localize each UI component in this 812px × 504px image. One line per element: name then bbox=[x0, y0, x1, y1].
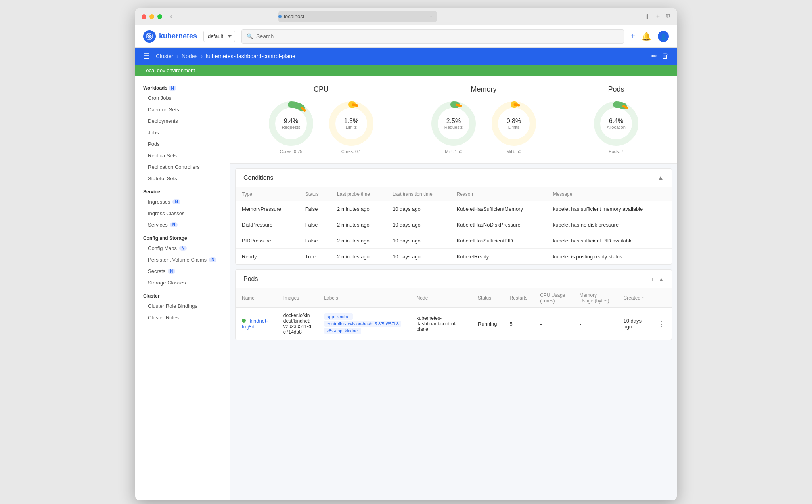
user-icon[interactable]: 👤 bbox=[658, 31, 669, 42]
condition-message: kubelet has sufficient PID available bbox=[547, 233, 672, 249]
sidebar-item-clusterrolebindings[interactable]: Cluster Role Bindings bbox=[135, 300, 230, 312]
sidebar-item-clusterroles[interactable]: Cluster Roles bbox=[135, 312, 230, 323]
window-actions: ⬆ + ⧉ bbox=[645, 13, 670, 20]
pods-chart-title: Pods bbox=[608, 85, 624, 94]
col-status: Status bbox=[299, 187, 331, 201]
kubernetes-logo: kubernetes bbox=[143, 30, 197, 43]
cpu-requests-donut: 9.4% Requests bbox=[267, 100, 315, 147]
pods-toggle[interactable]: ▲ bbox=[659, 276, 664, 282]
minimize-button[interactable] bbox=[149, 14, 154, 19]
maximize-button[interactable] bbox=[157, 14, 162, 19]
conditions-header: Conditions ▲ bbox=[236, 169, 672, 187]
service-section: Service bbox=[135, 184, 230, 196]
notifications-icon[interactable]: 🔔 bbox=[642, 32, 651, 41]
pod-created: 10 days ago bbox=[617, 308, 651, 340]
pod-more-actions[interactable]: ⋮ bbox=[652, 308, 672, 340]
condition-type: PIDPressure bbox=[236, 233, 299, 249]
conditions-header-row: Type Status Last probe time Last transit… bbox=[236, 187, 672, 201]
sidebar-item-replicasets[interactable]: Replica Sets bbox=[135, 150, 230, 161]
col-images: Images bbox=[277, 288, 318, 308]
k8s-label: kubernetes bbox=[159, 32, 197, 40]
pods-allocation-chart: 6.4% Allocation Pods: 7 bbox=[592, 100, 640, 154]
pods-footer: Pods: 7 bbox=[609, 149, 623, 154]
mem-requests-donut: 2.5% Requests bbox=[430, 100, 477, 147]
main-layout: Workloads N Cron Jobs Daemon Sets Deploy… bbox=[135, 76, 677, 500]
pods-table: Name Images Labels Node Status Restarts … bbox=[236, 288, 672, 340]
hamburger-icon[interactable]: ☰ bbox=[143, 52, 149, 61]
condition-last-probe: 2 minutes ago bbox=[331, 233, 386, 249]
more-icon[interactable]: ⋮ bbox=[658, 320, 665, 328]
mem-requests-label: 2.5% Requests bbox=[444, 118, 463, 130]
sidebar-item-ingressclasses[interactable]: Ingress Classes bbox=[135, 208, 230, 219]
col-labels: Labels bbox=[318, 288, 410, 308]
add-icon[interactable]: + bbox=[630, 32, 635, 41]
pod-name-link[interactable]: kindnet-fmj8d bbox=[242, 318, 268, 330]
pod-image: docker.io/kindest/kindnet:v20230511-dc71… bbox=[277, 308, 318, 340]
sidebar-item-pvc[interactable]: Persistent Volume Claims N bbox=[135, 254, 230, 265]
namespace-select[interactable]: default bbox=[203, 31, 235, 42]
pod-restarts: 5 bbox=[503, 308, 534, 340]
condition-type: Ready bbox=[236, 249, 299, 265]
condition-last-probe: 2 minutes ago bbox=[331, 249, 386, 265]
pods-allocation-label: 6.4% Allocation bbox=[607, 118, 626, 130]
cpu-requests-footer: Cores: 0,75 bbox=[280, 149, 303, 154]
pod-run-status: Running bbox=[471, 308, 503, 340]
cpu-chart-group: CPU 9.4% Requests bbox=[267, 85, 375, 154]
sidebar-item-storageclasses[interactable]: Storage Classes bbox=[135, 277, 230, 288]
label-badge: k8s-app: kindnet bbox=[324, 328, 361, 334]
cluster-label: Cluster bbox=[143, 293, 159, 299]
new-tab-icon[interactable]: + bbox=[656, 13, 660, 20]
env-banner: Local dev environment bbox=[135, 65, 677, 76]
breadcrumb-cluster[interactable]: Cluster bbox=[156, 53, 173, 59]
filter-icon[interactable]: ⫶ bbox=[651, 276, 654, 282]
edit-icon[interactable]: ✏ bbox=[651, 52, 657, 61]
titlebar: ‹ localhost ··· ⬆ + ⧉ bbox=[135, 8, 677, 25]
sidebar-item-replicationcontrollers[interactable]: Replication Controllers bbox=[135, 161, 230, 173]
sidebar: Workloads N Cron Jobs Daemon Sets Deploy… bbox=[135, 76, 230, 500]
mem-requests-footer: MiB: 150 bbox=[445, 149, 462, 154]
close-button[interactable] bbox=[142, 14, 146, 19]
cpu-charts-row: 9.4% Requests Cores: 0,75 bbox=[267, 100, 375, 154]
table-row: DiskPressure False 2 minutes ago 10 days… bbox=[236, 217, 672, 233]
condition-message: kubelet has sufficient memory available bbox=[547, 201, 672, 217]
delete-icon[interactable]: 🗑 bbox=[662, 52, 669, 61]
col-restarts: Restarts bbox=[503, 288, 534, 308]
sidebar-item-daemonsets[interactable]: Daemon Sets bbox=[135, 104, 230, 115]
sidebar-item-pods[interactable]: Pods bbox=[135, 138, 230, 150]
search-input[interactable] bbox=[256, 33, 619, 40]
col-probe: Last probe time bbox=[331, 187, 386, 201]
sidebar-item-jobs[interactable]: Jobs bbox=[135, 127, 230, 138]
breadcrumb-nodes[interactable]: Nodes bbox=[182, 53, 197, 59]
config-storage-label: Config and Storage bbox=[143, 235, 187, 241]
back-button[interactable]: ‹ bbox=[170, 13, 172, 20]
url-bar[interactable]: localhost ··· bbox=[278, 11, 437, 22]
cpu-limits-label: 1.3% Limits bbox=[344, 118, 358, 130]
sidebar-item-deployments[interactable]: Deployments bbox=[135, 115, 230, 127]
sidebar-item-secrets[interactable]: Secrets N bbox=[135, 265, 230, 277]
col-reason: Reason bbox=[450, 187, 547, 201]
condition-last-transition: 10 days ago bbox=[386, 233, 450, 249]
pods-charts-row: 6.4% Allocation Pods: 7 bbox=[592, 100, 640, 154]
sidebar-item-cronjobs[interactable]: Cron Jobs bbox=[135, 92, 230, 104]
pods-allocation-donut: 6.4% Allocation bbox=[592, 100, 640, 147]
pod-memory: - bbox=[573, 308, 617, 340]
upload-icon[interactable]: ⬆ bbox=[645, 13, 650, 20]
col-name: Name bbox=[236, 288, 277, 308]
nav-actions: + 🔔 👤 bbox=[630, 31, 669, 42]
mem-limits-label: 0.8% Limits bbox=[507, 118, 521, 130]
top-navigation: kubernetes default 🔍 + 🔔 👤 bbox=[135, 25, 677, 48]
copy-icon[interactable]: ⧉ bbox=[666, 13, 670, 20]
breadcrumb-sep-1: › bbox=[176, 53, 178, 59]
condition-type: DiskPressure bbox=[236, 217, 299, 233]
conditions-toggle[interactable]: ▲ bbox=[657, 174, 664, 181]
charts-section: CPU 9.4% Requests bbox=[230, 76, 677, 164]
sidebar-item-ingresses[interactable]: Ingresses N bbox=[135, 196, 230, 208]
col-transition: Last transition time bbox=[386, 187, 450, 201]
condition-type: MemoryPressure bbox=[236, 201, 299, 217]
sidebar-item-configmaps[interactable]: Config Maps N bbox=[135, 242, 230, 254]
breadcrumb-bar: ☰ Cluster › Nodes › kubernetes-dashboard… bbox=[135, 48, 677, 65]
sidebar-item-statefulsets[interactable]: Stateful Sets bbox=[135, 173, 230, 184]
search-bar[interactable]: 🔍 bbox=[241, 29, 624, 44]
breadcrumb-sep-2: › bbox=[201, 53, 203, 59]
sidebar-item-services[interactable]: Services N bbox=[135, 219, 230, 231]
